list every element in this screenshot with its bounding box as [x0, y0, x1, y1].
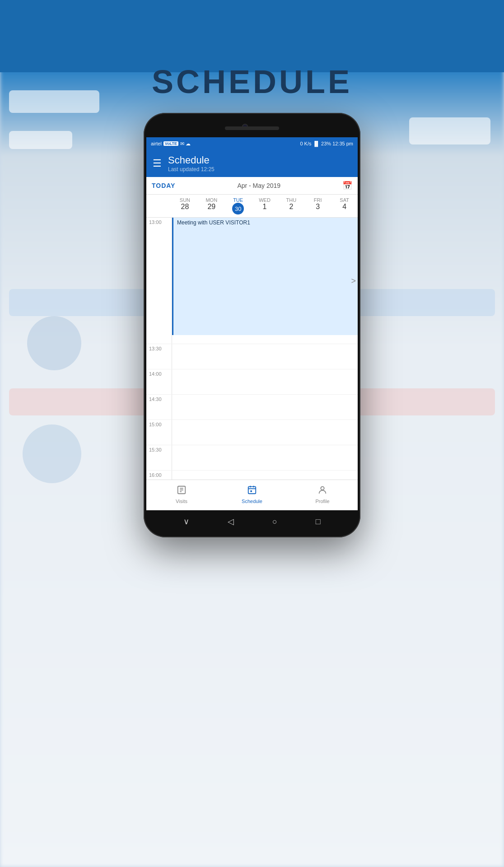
nav-schedule[interactable]: Schedule — [217, 485, 287, 504]
phone-frame: airtel VoLTE ✉ ☁ 0 K/s ▐▌ 23% 12:35 pm ☰… — [144, 113, 360, 537]
time-1600: 16:00 — [146, 471, 172, 480]
slot-area-1530 — [172, 445, 358, 470]
page-title-area: SCHEDULE — [0, 63, 504, 100]
phone-screen: airtel VoLTE ✉ ☁ 0 K/s ▐▌ 23% 12:35 pm ☰… — [146, 137, 358, 510]
data-speed: 0 K/s — [300, 141, 311, 146]
day-name-fri: FRI — [305, 197, 330, 203]
schedule-grid: 13:00 Meeting with USER VISITOR1 > 13:30 — [146, 218, 358, 480]
slot-area-1600 — [172, 471, 358, 480]
time-1330: 13:30 — [146, 344, 172, 369]
slot-1530: 15:30 — [146, 445, 358, 471]
day-sat[interactable]: SAT 4 — [331, 195, 358, 217]
signal-icon: ▐▌ — [313, 141, 320, 146]
day-name-sun: SUN — [173, 197, 197, 203]
day-name-sat: SAT — [332, 197, 357, 203]
header-subtitle: Last updated 12:25 — [168, 166, 215, 172]
android-home[interactable]: ○ — [272, 517, 277, 527]
next-arrow[interactable]: > — [349, 274, 358, 287]
status-left: airtel VoLTE ✉ ☁ — [151, 141, 191, 147]
svg-rect-4 — [248, 487, 256, 494]
calendar-wrapper: TODAY Apr - May 2019 📅 SUN 28 MON 29 — [146, 177, 358, 480]
time-1300: 13:00 — [146, 218, 172, 344]
app-header: ☰ Schedule Last updated 12:25 — [146, 150, 358, 177]
visits-label: Visits — [176, 499, 187, 504]
day-name-wed: WED — [252, 197, 277, 203]
day-num-fri: 3 — [305, 203, 330, 211]
slot-1600: 16:00 — [146, 471, 358, 480]
slot-area-1430 — [172, 395, 358, 420]
data-icons: ✉ ☁ — [180, 141, 191, 147]
time-1430: 14:30 — [146, 395, 172, 420]
bg-card-2 — [9, 131, 72, 149]
status-right: 0 K/s ▐▌ 23% 12:35 pm — [300, 141, 353, 146]
page-title: SCHEDULE — [0, 63, 504, 100]
slot-area-1330 — [172, 344, 358, 369]
day-name-thu: THU — [279, 197, 303, 203]
time-col-spacer — [146, 195, 172, 217]
time-1500: 15:00 — [146, 420, 172, 445]
calendar-icon[interactable]: 📅 — [342, 181, 352, 191]
time-1530: 15:30 — [146, 445, 172, 470]
nav-visits[interactable]: Visits — [146, 485, 217, 504]
day-num-mon: 29 — [199, 203, 224, 211]
phone-speaker — [225, 126, 279, 130]
phone-inner: airtel VoLTE ✉ ☁ 0 K/s ▐▌ 23% 12:35 pm ☰… — [146, 117, 358, 533]
status-bar: airtel VoLTE ✉ ☁ 0 K/s ▐▌ 23% 12:35 pm — [146, 137, 358, 150]
day-num-sat: 4 — [332, 203, 357, 211]
day-num-sun: 28 — [173, 203, 197, 211]
carrier-label: airtel — [151, 141, 162, 146]
slot-1330: 13:30 — [146, 344, 358, 369]
android-nav: ∨ ◁ ○ □ — [146, 510, 358, 533]
header-title: Schedule — [168, 154, 215, 166]
month-range: Apr - May 2019 — [237, 182, 280, 189]
slot-1500: 15:00 — [146, 420, 358, 445]
schedule-label: Schedule — [242, 499, 262, 504]
volte-badge: VoLTE — [163, 141, 178, 146]
nav-profile[interactable]: Profile — [287, 485, 358, 504]
slot-1300: 13:00 Meeting with USER VISITOR1 > — [146, 218, 358, 344]
bottom-nav: Visits Schedule Profile — [146, 480, 358, 508]
android-down[interactable]: ∨ — [183, 517, 189, 527]
day-mon[interactable]: MON 29 — [198, 195, 225, 217]
today-label: TODAY — [152, 182, 175, 189]
event-text-1300: Meeting with USER VISITOR1 — [177, 219, 250, 226]
day-num-tue: 30 — [232, 203, 244, 214]
event-1300[interactable]: Meeting with USER VISITOR1 — [172, 218, 358, 335]
android-back[interactable]: ◁ — [228, 517, 234, 527]
day-tue[interactable]: TUE 30 — [225, 195, 252, 217]
slot-1430: 14:30 — [146, 395, 358, 420]
svg-point-9 — [321, 487, 324, 490]
day-wed[interactable]: WED 1 — [252, 195, 278, 217]
day-name-mon: MON — [199, 197, 224, 203]
bg-card-3 — [409, 117, 490, 144]
bg-header-bar — [0, 0, 504, 72]
day-name-tue: TUE — [226, 197, 251, 203]
today-row: TODAY Apr - May 2019 📅 — [146, 177, 358, 195]
day-num-thu: 2 — [279, 203, 303, 211]
battery-label: 23% — [321, 141, 331, 146]
slot-area-1400 — [172, 369, 358, 394]
day-thu[interactable]: THU 2 — [278, 195, 304, 217]
day-sun[interactable]: SUN 28 — [172, 195, 198, 217]
time-label: 12:35 pm — [332, 141, 353, 146]
profile-label: Profile — [315, 499, 329, 504]
svg-rect-8 — [250, 490, 252, 492]
bg-avatar-2 — [23, 424, 81, 483]
android-recent[interactable]: □ — [316, 517, 321, 527]
visits-icon — [177, 485, 187, 497]
header-text: Schedule Last updated 12:25 — [168, 154, 215, 172]
slot-area-1300: Meeting with USER VISITOR1 — [172, 218, 358, 344]
day-header-row: SUN 28 MON 29 TUE 30 WED 1 — [146, 195, 358, 218]
slot-area-1500 — [172, 420, 358, 445]
profile-icon — [317, 485, 327, 497]
day-num-wed: 1 — [252, 203, 277, 211]
hamburger-icon[interactable]: ☰ — [153, 158, 162, 169]
bg-avatar-1 — [27, 316, 81, 370]
schedule-icon — [247, 485, 257, 497]
time-1400: 14:00 — [146, 369, 172, 394]
slot-1400: 14:00 — [146, 369, 358, 395]
day-fri[interactable]: FRI 3 — [304, 195, 331, 217]
